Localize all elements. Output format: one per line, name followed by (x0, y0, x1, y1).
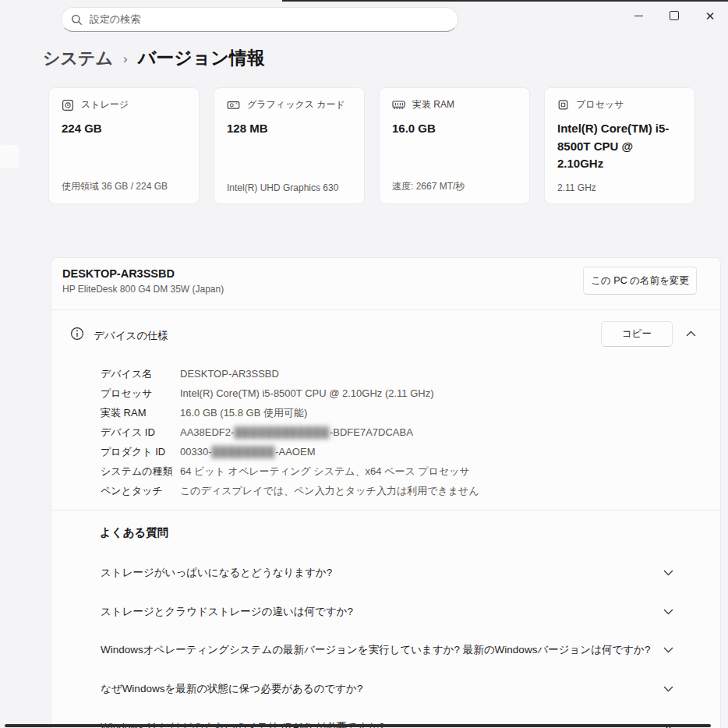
spec-row-ram: 実装 RAM 16.0 GB (15.8 GB 使用可能) (51, 403, 720, 422)
spec-row-system-type: システムの種類 64 ビット オペレーティング システム、x64 ベース プロセ… (51, 461, 720, 481)
card-label: 実装 RAM (412, 98, 454, 111)
spec-row-pen-touch: ペンとタッチ このディスプレイでは、ペン入力とタッチ入力は利用できません (51, 481, 720, 500)
device-specs-header[interactable]: デバイスの仕様 コピー (51, 310, 720, 358)
card-label: ストレージ (81, 98, 129, 111)
search-input[interactable]: 設定の検索 (61, 7, 458, 32)
search-icon (71, 14, 83, 26)
card-detail: 2.11 GHz (557, 182, 596, 193)
spec-row-product-id: プロダクト ID 00330-████████-AAOEM (51, 442, 720, 461)
spec-row-device-name: デバイス名 DESKTOP-AR3SSBD (51, 364, 720, 383)
card-label: プロセッサ (576, 98, 624, 111)
spec-row-processor: プロセッサ Intel(R) Core(TM) i5-8500T CPU @ 2… (51, 383, 720, 403)
breadcrumb-separator-icon: › (123, 50, 128, 67)
card-processor[interactable]: プロセッサ Intel(R) Core(TM) i5-8500T CPU @ 2… (544, 87, 695, 204)
device-model: HP EliteDesk 800 G4 DM 35W (Japan) (62, 284, 224, 295)
close-button[interactable]: ✕ (692, 0, 728, 31)
minimize-button[interactable] (620, 0, 656, 31)
divider (51, 510, 720, 511)
left-ghost-highlight (0, 145, 19, 168)
storage-icon (62, 99, 74, 111)
close-icon: ✕ (705, 10, 716, 22)
about-panel: DESKTOP-AR3SSBD HP EliteDesk 800 G4 DM 3… (51, 257, 721, 728)
card-value: 224 GB (62, 120, 178, 138)
maximize-icon (670, 11, 679, 20)
rename-pc-button[interactable]: この PC の名前を変更 (583, 267, 697, 295)
card-ram[interactable]: 実装 RAM 16.0 GB 速度: 2667 MT/秒 (379, 87, 530, 204)
card-value: Intel(R) Core(TM) i5-8500T CPU @ 2.10GHz (557, 120, 674, 173)
faq-item[interactable]: Windowsオペレーティングシステムの最新バージョンを実行していますか? 最新… (101, 633, 683, 667)
card-storage[interactable]: ストレージ 224 GB 使用領域 36 GB / 224 GB (48, 87, 200, 204)
faq-item[interactable]: ストレージがいっぱいになるとどうなりますか? (101, 556, 683, 590)
info-icon (70, 327, 84, 341)
device-specs-title: デバイスの仕様 (94, 329, 168, 343)
page-title: バージョン情報 (138, 46, 265, 70)
faq-item[interactable]: ストレージとクラウドストレージの違いは何ですか? (101, 595, 683, 629)
ram-icon (392, 100, 405, 110)
card-value: 128 MB (227, 120, 344, 138)
card-detail: Intel(R) UHD Graphics 630 (227, 182, 338, 193)
device-name: DESKTOP-AR3SSBD (62, 267, 175, 280)
chevron-down-icon (663, 609, 673, 615)
breadcrumb-system[interactable]: システム (43, 47, 113, 70)
copy-button[interactable]: コピー (601, 321, 673, 347)
card-detail: 速度: 2667 MT/秒 (392, 180, 465, 193)
chevron-down-icon (663, 686, 673, 692)
window-controls: ✕ (620, 0, 728, 34)
faq-item[interactable]: なぜWindowsを最新の状態に保つ必要があるのですか? (101, 672, 683, 706)
breadcrumb: システム › バージョン情報 (43, 46, 265, 70)
maximize-button[interactable] (656, 0, 692, 31)
redacted-text: ████████████ (234, 426, 330, 438)
device-specs-list: デバイス名 DESKTOP-AR3SSBD プロセッサ Intel(R) Cor… (51, 364, 720, 500)
faq-title: よくある質問 (100, 525, 168, 540)
search-placeholder: 設定の検索 (90, 12, 140, 27)
card-graphics[interactable]: グラフィックス カード 128 MB Intel(R) UHD Graphics… (214, 87, 365, 204)
cpu-icon (557, 99, 569, 111)
spec-row-device-id: デバイス ID AA38EDF2-████████████-BDFE7A7DCA… (51, 422, 720, 442)
taskbar-edge (5, 724, 711, 727)
card-detail: 使用領域 36 GB / 224 GB (62, 180, 168, 193)
chevron-down-icon (663, 570, 673, 576)
card-value: 16.0 GB (392, 120, 509, 138)
card-label: グラフィックス カード (247, 98, 345, 111)
minimize-icon (634, 16, 643, 16)
chevron-down-icon (663, 647, 673, 653)
redacted-text: ████████ (211, 446, 275, 458)
chevron-up-icon[interactable] (686, 330, 696, 337)
summary-cards: ストレージ 224 GB 使用領域 36 GB / 224 GB グラフィックス… (48, 87, 695, 204)
device-name-section: DESKTOP-AR3SSBD HP EliteDesk 800 G4 DM 3… (51, 258, 720, 309)
graphics-card-icon (227, 100, 240, 111)
